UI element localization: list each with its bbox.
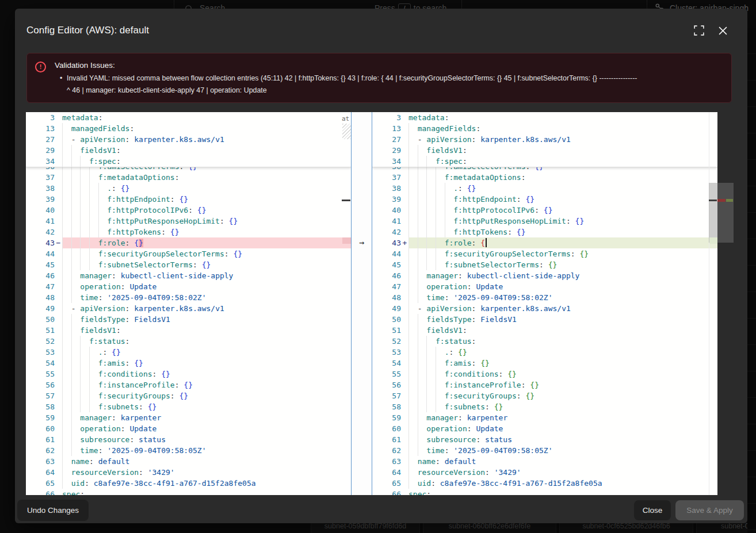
code-line: 57 f:securityGroups: {} bbox=[26, 390, 351, 401]
code-line: 48 time: '2025-09-04T09:58:02Z' bbox=[372, 292, 717, 303]
save-apply-button[interactable]: Save & Apply bbox=[675, 500, 744, 520]
close-modal-button[interactable] bbox=[715, 22, 731, 39]
code-line: 55 f:conditions: {} bbox=[372, 369, 717, 379]
code-line: 13 managedFields: bbox=[372, 123, 717, 134]
code-line: 61 subresource: status bbox=[372, 434, 717, 445]
code-line: 59 manager: karpenter bbox=[372, 412, 717, 423]
code-line: 65 uid: c8afe97e-38cc-4f91-a767-d15f2a8f… bbox=[372, 478, 717, 489]
code-line: 56 f:instanceProfile: {} bbox=[26, 379, 351, 390]
code-line: 41 f:httpPutResponseHopLimit: {} bbox=[372, 216, 717, 227]
code-line: 63 name: default bbox=[26, 456, 351, 467]
code-line: 58 f:subnets: {} bbox=[26, 401, 351, 412]
revert-change-arrow[interactable]: → bbox=[352, 237, 372, 248]
undo-changes-button[interactable]: Undo Changes bbox=[17, 500, 89, 521]
clipped-code-line: 36 f:amiSelectorTerms: {} bbox=[372, 167, 717, 172]
code-line: 49 - apiVersion: karpenter.k8s.aws/v1 bbox=[372, 303, 717, 314]
validation-message-line1: Invalid YAML: missed comma between flow … bbox=[67, 74, 637, 82]
validation-title: Validation Issues: bbox=[55, 61, 115, 70]
code-line: 40 f:httpProtocolIPv6: {} bbox=[372, 205, 717, 216]
code-line: 56 f:instanceProfile: {} bbox=[372, 379, 717, 390]
code-line: 45 f:subnetSelectorTerms: {} bbox=[372, 259, 717, 270]
code-line: 37 f:metadataOptions: bbox=[26, 172, 351, 183]
code-line: 3metadata: bbox=[26, 112, 351, 123]
code-line: 60 operation: Update bbox=[372, 423, 717, 434]
code-line: 38 .: {} bbox=[372, 183, 717, 194]
code-line: 49 - apiVersion: karpenter.k8s.aws/v1 bbox=[26, 303, 351, 314]
close-button[interactable]: Close bbox=[634, 500, 671, 520]
code-line: 48 time: '2025-09-04T09:58:02Z' bbox=[26, 292, 351, 303]
code-line: 51 fieldsV1: bbox=[372, 325, 717, 336]
code-line: 44 f:securityGroupSelectorTerms: {} bbox=[372, 248, 717, 259]
code-line: 41 f:httpPutResponseHopLimit: {} bbox=[26, 216, 351, 227]
code-line: 66spec: bbox=[26, 489, 351, 495]
code-line: 39 f:httpEndpoint: {} bbox=[372, 194, 717, 205]
screen: { "colors": { "accent_red": "#fa4d56", "… bbox=[0, 0, 756, 533]
code-line: 46 manager: kubectl-client-side-apply bbox=[372, 270, 717, 281]
code-line: 45 f:subnetSelectorTerms: {} bbox=[26, 259, 351, 270]
scrollbar-slider[interactable] bbox=[709, 183, 734, 243]
code-line: 34 f:spec: bbox=[372, 156, 717, 167]
yaml-diff-editor: 3metadata:13 managedFields:27 - apiVersi… bbox=[26, 112, 717, 495]
modal-title: Config Editor (AWS): default bbox=[26, 25, 149, 36]
code-line: 38 .: {} bbox=[26, 183, 351, 194]
code-line: 43− f:role: {} bbox=[26, 237, 351, 248]
config-editor-modal: Config Editor (AWS): default ! Validatio… bbox=[15, 9, 747, 523]
code-line: 27 - apiVersion: karpenter.k8s.aws/v1 bbox=[372, 134, 717, 145]
code-line: 51 fieldsV1: bbox=[26, 325, 351, 336]
code-line: 50 fieldsType: FieldsV1 bbox=[26, 314, 351, 325]
code-line: 46 manager: kubectl-client-side-apply bbox=[26, 270, 351, 281]
code-line: 42 f:httpTokens: {} bbox=[372, 227, 717, 237]
diff-original-pane[interactable]: 3metadata:13 managedFields:27 - apiVersi… bbox=[26, 112, 351, 495]
code-line: 34 f:spec: bbox=[26, 156, 351, 167]
diff-gutter: → bbox=[351, 112, 372, 495]
close-icon bbox=[719, 26, 727, 35]
code-line: 3metadata: bbox=[372, 112, 717, 123]
code-line: 64 resourceVersion: '3429' bbox=[26, 467, 351, 478]
validation-issues-banner: ! Validation Issues: • Invalid YAML: mis… bbox=[26, 53, 732, 103]
code-line: 64 resourceVersion: '3429' bbox=[372, 467, 717, 478]
warning-icon: ! bbox=[35, 62, 46, 72]
code-line: 43+ f:role: { bbox=[372, 237, 717, 248]
validation-bullet: • bbox=[60, 74, 62, 82]
code-line: 62 time: '2025-09-04T09:58:05Z' bbox=[26, 445, 351, 456]
code-line: 47 operation: Update bbox=[372, 281, 717, 292]
modified-code: 36 f:amiSelectorTerms: {}37 f:metadataOp… bbox=[372, 167, 717, 495]
code-line: 36 f:amiSelectorTerms: {} bbox=[26, 167, 351, 172]
code-line: 61 subresource: status bbox=[26, 434, 351, 445]
code-line: 62 time: '2025-09-04T09:58:05Z' bbox=[372, 445, 717, 456]
code-line: 52 f:status: bbox=[372, 336, 717, 347]
fullscreen-button[interactable] bbox=[691, 22, 707, 39]
code-line: 47 operation: Update bbox=[26, 281, 351, 292]
clipped-code-line: 36 f:amiSelectorTerms: {} bbox=[26, 167, 351, 172]
code-line: 65 uid: c8afe97e-38cc-4f91-a767-d15f2a8f… bbox=[26, 478, 351, 489]
code-line: 50 fieldsType: FieldsV1 bbox=[372, 314, 717, 325]
diff-modified-pane[interactable]: 3metadata:13 managedFields:27 - apiVersi… bbox=[372, 112, 717, 495]
code-line: 57 f:securityGroups: {} bbox=[372, 390, 717, 401]
code-line: 13 managedFields: bbox=[26, 123, 351, 134]
code-line: 44 f:securityGroupSelectorTerms: {} bbox=[26, 248, 351, 259]
code-line: 42 f:httpTokens: {} bbox=[26, 227, 351, 237]
code-line: 37 f:metadataOptions: bbox=[372, 172, 717, 183]
code-line: 66spec: bbox=[372, 489, 717, 495]
code-line: 36 f:amiSelectorTerms: {} bbox=[372, 167, 717, 172]
code-line: 53 .: {} bbox=[372, 347, 717, 358]
code-line: 54 f:amis: {} bbox=[26, 358, 351, 369]
code-line: 29 fieldsV1: bbox=[26, 145, 351, 156]
code-line: 40 f:httpProtocolIPv6: {} bbox=[26, 205, 351, 216]
sticky-scroll-header: 3metadata:13 managedFields:27 - apiVersi… bbox=[372, 112, 717, 167]
code-line: 54 f:amis: {} bbox=[372, 358, 717, 369]
code-line: 60 operation: Update bbox=[26, 423, 351, 434]
code-line: 59 manager: karpenter bbox=[26, 412, 351, 423]
code-line: 55 f:conditions: {} bbox=[26, 369, 351, 379]
fullscreen-icon bbox=[694, 25, 704, 36]
code-line: 63 name: default bbox=[372, 456, 717, 467]
code-line: 52 f:status: bbox=[26, 336, 351, 347]
code-line: 27 - apiVersion: karpenter.k8s.aws/v1 bbox=[26, 134, 351, 145]
sticky-scroll-header: 3metadata:13 managedFields:27 - apiVersi… bbox=[26, 112, 351, 167]
code-line: 39 f:httpEndpoint: {} bbox=[26, 194, 351, 205]
code-line: 58 f:subnets: {} bbox=[372, 401, 717, 412]
validation-message-line2: ^ 46 | manager: kubectl-client-side-appl… bbox=[67, 86, 267, 94]
original-code: 36 f:amiSelectorTerms: {}37 f:metadataOp… bbox=[26, 167, 351, 495]
code-line: 29 fieldsV1: bbox=[372, 145, 717, 156]
code-line: 53 .: {} bbox=[26, 347, 351, 358]
